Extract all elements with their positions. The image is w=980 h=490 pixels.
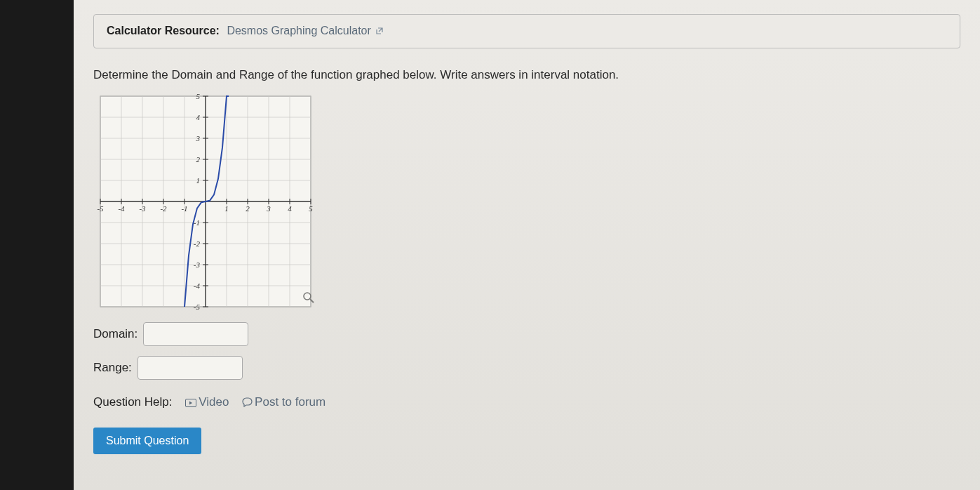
question-prompt: Determine the Domain and Range of the fu… xyxy=(93,68,960,82)
svg-text:-3: -3 xyxy=(139,204,146,213)
svg-text:-2: -2 xyxy=(194,239,201,248)
domain-label: Domain: xyxy=(93,327,137,341)
svg-text:-1: -1 xyxy=(181,204,187,213)
svg-text:-5: -5 xyxy=(97,204,104,213)
external-link-icon xyxy=(375,25,384,38)
resource-link-text: Desmos Graphing Calculator xyxy=(227,25,370,37)
range-row: Range: xyxy=(93,356,960,380)
video-text: Video xyxy=(199,395,229,409)
svg-text:1: 1 xyxy=(224,204,229,213)
range-label: Range: xyxy=(93,361,132,375)
svg-text:5: 5 xyxy=(309,204,313,213)
svg-text:2: 2 xyxy=(246,204,250,213)
svg-text:1: 1 xyxy=(196,176,201,185)
svg-text:-4: -4 xyxy=(194,282,201,290)
resource-box: Calculator Resource: Desmos Graphing Cal… xyxy=(93,14,960,48)
forum-text: Post to forum xyxy=(255,395,325,409)
svg-text:-3: -3 xyxy=(194,260,201,269)
forum-link[interactable]: Post to forum xyxy=(242,395,325,409)
graph-area: -5-4-3-2-112345-5-4-3-2-112345 xyxy=(93,89,318,314)
question-help-row: Question Help: Video Post to forum xyxy=(93,395,960,411)
domain-input[interactable] xyxy=(143,322,248,346)
svg-line-64 xyxy=(310,299,314,303)
svg-text:4: 4 xyxy=(196,113,201,121)
svg-text:-4: -4 xyxy=(118,204,125,213)
svg-text:3: 3 xyxy=(266,204,271,213)
help-label: Question Help: xyxy=(93,395,172,409)
resource-label: Calculator Resource: xyxy=(107,25,220,37)
video-link[interactable]: Video xyxy=(185,395,232,409)
main-content: Calculator Resource: Desmos Graphing Cal… xyxy=(74,0,980,490)
svg-text:4: 4 xyxy=(288,204,292,213)
submit-button[interactable]: Submit Question xyxy=(93,428,201,454)
left-gutter xyxy=(0,0,74,490)
video-icon xyxy=(185,397,196,411)
range-input[interactable] xyxy=(137,356,243,380)
svg-text:3: 3 xyxy=(196,134,201,143)
svg-point-63 xyxy=(304,293,311,300)
svg-text:-2: -2 xyxy=(160,204,167,213)
desmos-link[interactable]: Desmos Graphing Calculator xyxy=(227,25,384,37)
svg-text:2: 2 xyxy=(196,155,201,164)
comment-icon xyxy=(242,397,253,411)
magnify-icon[interactable] xyxy=(302,291,315,307)
domain-row: Domain: xyxy=(93,322,960,346)
function-graph: -5-4-3-2-112345-5-4-3-2-112345 xyxy=(93,89,318,314)
svg-text:5: 5 xyxy=(196,92,201,100)
svg-text:-5: -5 xyxy=(194,303,201,311)
